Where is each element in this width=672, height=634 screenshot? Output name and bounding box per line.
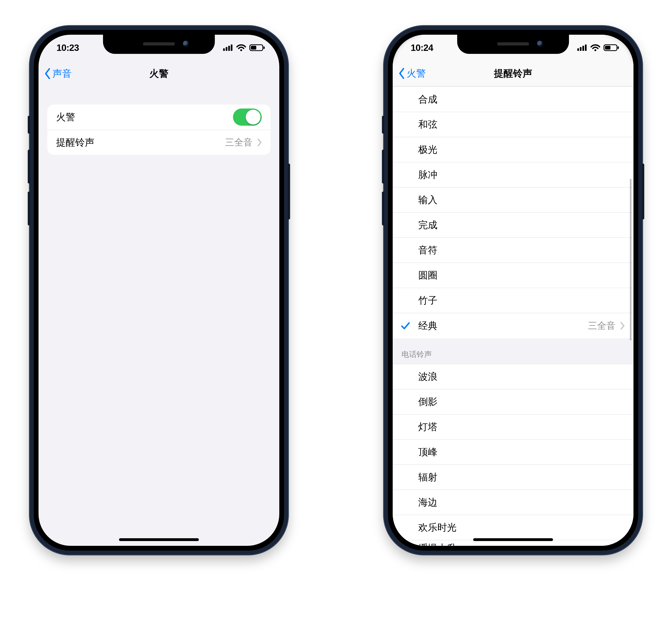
tone-label: 顶峰	[418, 446, 625, 459]
tone-list[interactable]: 合成和弦极光脉冲输入完成音符圆圈竹子经典三全音电话铃声波浪倒影灯塔顶峰辐射海边欢…	[393, 87, 633, 546]
volume-up-button	[28, 150, 30, 184]
tone-label: 和弦	[418, 118, 625, 131]
back-label: 火警	[407, 67, 426, 80]
screen-left: 10:23 声音 火警 火警 提醒铃声	[39, 35, 279, 546]
tone-row[interactable]: 经典三全音	[393, 313, 633, 338]
cell-label: 火警	[56, 111, 75, 123]
scroll-indicator[interactable]	[630, 179, 631, 340]
tone-label: 辐射	[418, 471, 625, 484]
tone-row[interactable]: 和弦	[393, 112, 633, 137]
battery-icon	[604, 44, 620, 52]
tone-label: 圆圈	[418, 269, 625, 282]
fire-alarm-toggle-row[interactable]: 火警	[47, 104, 271, 130]
silence-switch	[28, 116, 30, 134]
silence-switch	[382, 116, 384, 134]
tone-label: 竹子	[418, 294, 625, 307]
device-right: 10:24 火警 提醒铃声 合成和弦极光脉冲输入完成音符圆圈竹子经典三全音电话铃…	[384, 26, 642, 555]
tone-row[interactable]: 合成	[393, 87, 633, 112]
status-time: 10:23	[56, 42, 79, 53]
content[interactable]: 合成和弦极光脉冲输入完成音符圆圈竹子经典三全音电话铃声波浪倒影灯塔顶峰辐射海边欢…	[393, 87, 633, 546]
tone-label: 波浪	[418, 370, 625, 383]
cellular-icon	[577, 44, 587, 51]
power-button	[288, 164, 290, 219]
back-button[interactable]: 声音	[44, 60, 72, 87]
device-left: 10:23 声音 火警 火警 提醒铃声	[30, 26, 288, 555]
tone-row[interactable]: 圆圈	[393, 263, 633, 288]
settings-group: 火警 提醒铃声 三全音	[47, 104, 271, 155]
alert-tone-row[interactable]: 提醒铃声 三全音	[47, 130, 271, 155]
volume-up-button	[382, 150, 384, 184]
tone-row[interactable]: 缓慢上升	[393, 540, 633, 546]
tone-label: 海边	[418, 496, 625, 509]
tone-row[interactable]: 输入	[393, 188, 633, 213]
tone-row[interactable]: 极光	[393, 137, 633, 163]
tone-label: 完成	[418, 219, 625, 231]
tone-label: 合成	[418, 93, 625, 106]
cellular-icon	[223, 44, 233, 51]
volume-down-button	[382, 192, 384, 225]
home-indicator[interactable]	[473, 538, 553, 541]
tone-row[interactable]: 辐射	[393, 465, 633, 490]
chevron-right-icon	[620, 322, 625, 330]
navbar: 火警 提醒铃声	[393, 60, 633, 87]
fire-alarm-switch[interactable]	[233, 108, 262, 126]
volume-down-button	[28, 192, 30, 225]
checkmark-slot	[393, 321, 418, 330]
chevron-right-icon	[257, 139, 262, 146]
status-time: 10:24	[411, 42, 433, 53]
section-header-ringtones: 电话铃声	[393, 338, 633, 364]
power-button	[642, 164, 644, 219]
wifi-icon	[590, 44, 600, 51]
tone-row[interactable]: 倒影	[393, 389, 633, 415]
notch	[457, 35, 569, 54]
checkmark-icon	[401, 321, 410, 330]
tone-label: 脉冲	[418, 168, 625, 181]
tone-label: 音符	[418, 244, 625, 257]
tone-label: 输入	[418, 194, 625, 206]
tone-label: 极光	[418, 143, 625, 156]
nav-title: 火警	[149, 67, 168, 80]
chevron-left-icon	[398, 68, 405, 79]
cell-label: 提醒铃声	[56, 136, 94, 149]
tone-label: 灯塔	[418, 420, 625, 433]
chevron-left-icon	[44, 68, 51, 79]
nav-title: 提醒铃声	[494, 67, 532, 80]
tone-row[interactable]: 竹子	[393, 288, 633, 313]
navbar: 声音 火警	[39, 60, 279, 87]
battery-icon	[249, 44, 265, 52]
tone-label: 倒影	[418, 395, 625, 408]
tone-label: 缓慢上升	[418, 542, 625, 546]
back-label: 声音	[52, 67, 72, 80]
tone-row[interactable]: 脉冲	[393, 163, 633, 188]
tone-row[interactable]: 顶峰	[393, 440, 633, 465]
wifi-icon	[236, 44, 246, 51]
tone-value: 三全音	[588, 320, 616, 332]
tone-label: 欢乐时光	[418, 521, 625, 534]
tone-row[interactable]: 波浪	[393, 364, 633, 389]
tone-row[interactable]: 完成	[393, 213, 633, 238]
back-button[interactable]: 火警	[398, 60, 426, 86]
home-indicator[interactable]	[119, 538, 199, 541]
status-icons	[577, 44, 620, 52]
screen-right: 10:24 火警 提醒铃声 合成和弦极光脉冲输入完成音符圆圈竹子经典三全音电话铃…	[393, 35, 633, 546]
tone-row[interactable]: 音符	[393, 238, 633, 263]
status-icons	[223, 44, 265, 52]
notch	[103, 35, 215, 54]
tone-label: 经典	[418, 319, 588, 332]
tone-row[interactable]: 欢乐时光	[393, 515, 633, 540]
content: 火警 提醒铃声 三全音	[39, 87, 279, 546]
tone-row[interactable]: 灯塔	[393, 415, 633, 440]
cell-value: 三全音	[225, 136, 253, 149]
tone-row[interactable]: 海边	[393, 490, 633, 515]
